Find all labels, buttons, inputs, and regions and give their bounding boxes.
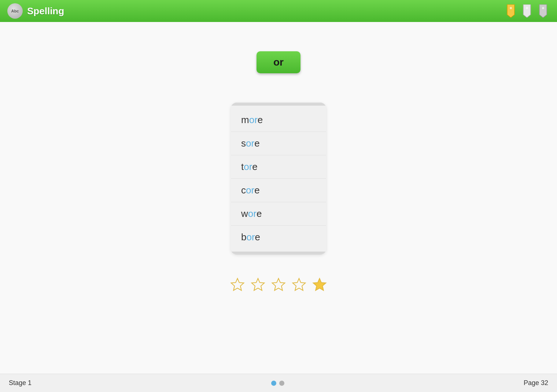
- svg-marker-3: [231, 278, 244, 291]
- svg-marker-6: [293, 278, 306, 291]
- star-5[interactable]: [311, 277, 328, 293]
- page-label: Page 32: [524, 379, 548, 387]
- footer-dots: [271, 381, 284, 386]
- word-list-top-bar: [231, 103, 326, 106]
- tag-white-icon[interactable]: [520, 4, 534, 18]
- svg-point-0: [510, 7, 512, 9]
- word-highlight: or: [248, 208, 257, 219]
- word-prefix: m: [241, 114, 249, 126]
- word-suffix: e: [254, 185, 259, 196]
- word-prefix: w: [241, 208, 248, 219]
- abc-badge: Abc: [7, 3, 23, 19]
- star-1[interactable]: [229, 277, 246, 293]
- header-left: Abc Spelling: [7, 3, 64, 19]
- list-item[interactable]: sore: [231, 132, 326, 155]
- list-item[interactable]: more: [231, 108, 326, 132]
- word-highlight: or: [244, 161, 252, 173]
- word-highlight: or: [246, 138, 254, 149]
- app-header: Abc Spelling: [0, 0, 557, 22]
- word-prefix: b: [241, 232, 246, 243]
- stage-label: Stage 1: [9, 379, 32, 387]
- word-prefix: s: [241, 138, 246, 149]
- svg-marker-7: [313, 278, 326, 291]
- app-footer: Stage 1 Page 32: [0, 374, 557, 392]
- star-2[interactable]: [250, 277, 266, 293]
- word-list-card: more sore tore core wore bore: [231, 103, 326, 255]
- word-list-bottom-bar: [231, 252, 326, 255]
- or-button[interactable]: or: [257, 51, 300, 73]
- word-suffix: e: [252, 161, 257, 173]
- word-suffix: e: [255, 232, 260, 243]
- main-content: or more sore tore core wore bore: [0, 22, 557, 374]
- app-title: Spelling: [27, 5, 64, 17]
- tag-yellow-icon[interactable]: [504, 4, 517, 18]
- stars-container: [229, 277, 328, 293]
- list-item[interactable]: tore: [231, 155, 326, 179]
- list-item[interactable]: core: [231, 179, 326, 202]
- word-list-items: more sore tore core wore bore: [231, 106, 326, 252]
- word-highlight: or: [249, 114, 258, 126]
- svg-point-1: [526, 7, 528, 9]
- tag-gray-icon[interactable]: [536, 4, 550, 18]
- header-icons: [504, 4, 550, 18]
- svg-point-2: [542, 7, 544, 9]
- star-3[interactable]: [270, 277, 287, 293]
- word-highlight: or: [246, 185, 254, 196]
- word-suffix: e: [254, 138, 259, 149]
- word-suffix: e: [257, 208, 262, 219]
- word-highlight: or: [246, 232, 255, 243]
- star-4[interactable]: [291, 277, 307, 293]
- list-item[interactable]: bore: [231, 226, 326, 249]
- svg-marker-5: [272, 278, 285, 291]
- svg-marker-4: [252, 278, 265, 291]
- word-prefix: c: [241, 185, 246, 196]
- list-item[interactable]: wore: [231, 202, 326, 226]
- dot-2[interactable]: [279, 381, 284, 386]
- dot-1[interactable]: [271, 381, 276, 386]
- word-prefix: t: [241, 161, 244, 173]
- word-suffix: e: [258, 114, 263, 126]
